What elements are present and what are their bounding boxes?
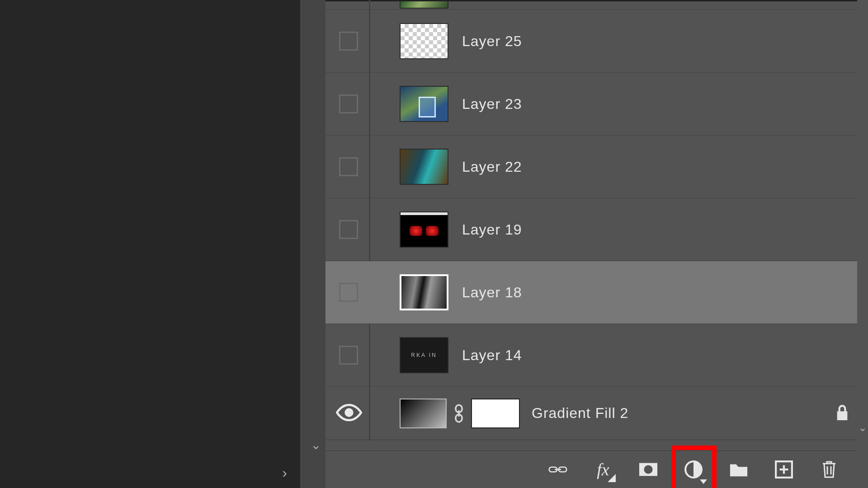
layer-row[interactable]: Layer 23 (326, 73, 868, 136)
add-mask-button[interactable] (637, 458, 660, 481)
layer-row[interactable]: Gradient Fill 2 (326, 387, 868, 440)
layers-panel: Layer 25 Layer 23 Layer 22 Layer 19 (326, 0, 868, 488)
layer-thumbnail[interactable] (400, 149, 448, 185)
layer-row[interactable] (326, 0, 868, 10)
chevron-down-icon[interactable]: ⌄ (859, 422, 867, 434)
visibility-toggle[interactable] (339, 346, 358, 365)
visibility-toggle[interactable] (339, 283, 358, 302)
scrollbar[interactable]: ⌄ (857, 0, 868, 488)
layer-thumbnail[interactable] (400, 211, 448, 248)
new-group-button[interactable] (727, 458, 750, 481)
visibility-toggle[interactable] (339, 157, 358, 176)
layers-panel-toolbar: fx (326, 450, 868, 488)
link-layers-button[interactable] (546, 458, 570, 481)
visibility-toggle[interactable] (339, 32, 358, 51)
visibility-toggle[interactable] (339, 94, 358, 113)
layer-thumbnail[interactable] (400, 1, 448, 9)
layer-mask-thumbnail[interactable] (471, 399, 520, 428)
layers-list[interactable]: Layer 25 Layer 23 Layer 22 Layer 19 (326, 0, 868, 450)
link-icon (452, 404, 466, 423)
layer-thumbnail[interactable] (400, 86, 448, 122)
layer-name[interactable]: Gradient Fill 2 (532, 405, 628, 422)
layer-row-selected[interactable]: Layer 18 (326, 261, 868, 324)
new-layer-button[interactable] (772, 458, 796, 481)
layer-name[interactable]: Layer 23 (462, 96, 522, 113)
layer-thumbnail[interactable] (400, 23, 448, 59)
layer-row[interactable]: Layer 22 (326, 136, 868, 198)
delete-layer-button[interactable] (817, 458, 841, 481)
svg-point-0 (346, 409, 353, 416)
layer-name[interactable]: Layer 19 (462, 221, 522, 238)
lock-icon[interactable] (835, 404, 850, 423)
panel-gutter (300, 0, 326, 488)
eye-icon[interactable] (336, 399, 362, 427)
visibility-toggle[interactable] (339, 220, 358, 239)
adjustment-layer-button[interactable] (682, 458, 705, 481)
layer-name[interactable]: Layer 14 (462, 347, 522, 364)
layer-name[interactable]: Layer 25 (462, 33, 522, 50)
layer-row[interactable]: RKA IN Layer 14 (326, 324, 868, 387)
layer-style-button[interactable]: fx (591, 458, 615, 481)
layer-thumbnail[interactable]: RKA IN (400, 337, 448, 373)
canvas-area: ⌄ › (0, 0, 326, 488)
layer-name[interactable]: Layer 22 (462, 159, 522, 175)
layer-row[interactable]: Layer 25 (326, 10, 868, 73)
layer-thumbnail[interactable] (400, 399, 447, 428)
chevron-down-icon[interactable]: ⌄ (311, 437, 321, 452)
svg-point-8 (644, 465, 652, 474)
layer-name[interactable]: Layer 18 (462, 284, 522, 301)
layer-thumbnail[interactable] (400, 274, 448, 310)
chevron-right-icon[interactable]: › (282, 465, 287, 481)
layer-row[interactable]: Layer 19 (326, 198, 868, 261)
